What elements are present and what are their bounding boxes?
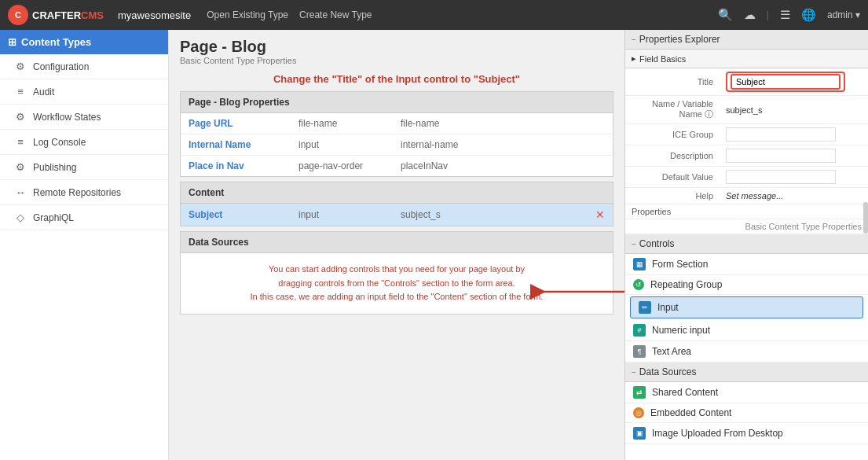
sidebar-item-configuration[interactable]: ⚙ Configuration: [0, 54, 168, 79]
prop-row-help: Help Set message...: [625, 188, 868, 204]
content-section: Content Subject input subject_s ✕: [180, 182, 613, 226]
row-type-internalname: input: [298, 139, 393, 150]
sidebar-item-workflow-states[interactable]: ⚙ Workflow States: [0, 105, 168, 130]
default-field[interactable]: [726, 170, 836, 184]
row-name-pageurl: file-name: [401, 118, 605, 129]
logo-icon: C: [8, 5, 28, 25]
table-row[interactable]: Page URL file-name file-name: [181, 113, 613, 134]
properties-section: Page - Blog Properties Page URL file-nam…: [180, 91, 613, 177]
menu-icon[interactable]: ☰: [780, 8, 790, 22]
datasources-collapse-icon: −: [632, 368, 636, 377]
grid-icon: ⊞: [8, 36, 16, 48]
row-type-placeinnav: page-nav-order: [298, 160, 393, 171]
sidebar-item-audit[interactable]: ≡ Audit: [0, 79, 168, 105]
control-form-section[interactable]: ▦ Form Section: [625, 254, 868, 275]
shared-content-icon: ⇄: [633, 386, 646, 399]
log-icon: ≡: [14, 136, 27, 148]
row-label-internalname: Internal Name: [189, 139, 291, 150]
field-basics-icon: ▸: [632, 53, 636, 64]
row-label-subject: Subject: [189, 209, 291, 220]
description-label: Description: [625, 145, 720, 167]
row-name-internalname: internal-name: [401, 139, 605, 150]
sidebar: ⊞ Content Types ⚙ Configuration ≡ Audit …: [0, 30, 169, 460]
create-new-type-link[interactable]: Create New Type: [299, 9, 372, 20]
control-numeric[interactable]: # Numeric input: [625, 320, 868, 341]
title-input[interactable]: [726, 72, 845, 92]
search-icon[interactable]: 🔍: [718, 8, 733, 22]
varname-value: subject_s: [720, 96, 868, 124]
content-section-header: Content: [181, 182, 613, 204]
repeating-group-icon: ↺: [633, 279, 644, 290]
properties-section-header: Page - Blog Properties: [181, 92, 613, 113]
properties-explorer-title: Properties Explorer: [639, 34, 720, 45]
page-subtitle: Basic Content Type Properties: [180, 56, 613, 65]
icegroup-label: ICE Group: [625, 124, 720, 145]
sidebar-label-publishing: Publishing: [33, 162, 76, 173]
controls-label: Controls: [639, 238, 675, 249]
icegroup-value[interactable]: [720, 124, 868, 145]
help-label: Help: [625, 188, 720, 204]
logo: C CRAFTERCMS: [8, 5, 104, 25]
title-field[interactable]: [731, 74, 841, 90]
sidebar-item-remote-repositories[interactable]: ↔ Remote Repositories: [0, 180, 168, 205]
logo-text: CRAFTERCMS: [32, 9, 104, 21]
control-input[interactable]: ✏ Input: [630, 296, 863, 318]
admin-menu[interactable]: admin ▾: [827, 9, 860, 20]
textarea-label: Text Area: [652, 346, 691, 357]
open-existing-type-link[interactable]: Open Existing Type: [207, 9, 288, 20]
annotation-text: You can start adding controls that you n…: [189, 263, 605, 304]
description-field[interactable]: [726, 149, 836, 163]
datasources-panel-label: Data Sources: [639, 366, 697, 377]
form-section-icon: ▦: [633, 258, 646, 270]
prop-row-varname: Name / Variable Name ⓘ subject_s: [625, 96, 868, 124]
shared-content-label: Shared Content: [652, 387, 718, 398]
row-type-subject: input: [298, 209, 393, 220]
table-row[interactable]: Place in Nav page-nav-order placeInNav: [181, 156, 613, 176]
image-upload-label: Image Uploaded From Desktop: [652, 428, 783, 439]
control-textarea[interactable]: ¶ Text Area: [625, 341, 868, 362]
row-name-placeinnav: placeInNav: [401, 160, 605, 171]
field-basics-label: Field Basics: [639, 54, 686, 64]
datasources-panel-header: − Data Sources: [625, 362, 868, 382]
datasources-section: Data Sources You can start adding contro…: [180, 231, 613, 315]
remote-icon: ↔: [14, 186, 27, 198]
title-label: Title: [625, 68, 720, 96]
description-value[interactable]: [720, 145, 868, 167]
control-shared-content[interactable]: ⇄ Shared Content: [625, 382, 868, 403]
main-layout: ⊞ Content Types ⚙ Configuration ≡ Audit …: [0, 30, 868, 460]
help-value: Set message...: [720, 188, 868, 204]
cloud-icon[interactable]: ☁: [744, 8, 756, 22]
default-value[interactable]: [720, 167, 868, 188]
table-row[interactable]: Internal Name input internal-name: [181, 134, 613, 156]
sidebar-item-publishing[interactable]: ⚙ Publishing: [0, 155, 168, 180]
properties-subtitle: Basic Content Type Properties: [625, 219, 868, 234]
sidebar-label-audit: Audit: [33, 86, 54, 98]
form-section-label: Form Section: [652, 259, 708, 270]
sidebar-item-log-console[interactable]: ≡ Log Console: [0, 130, 168, 155]
sidebar-header[interactable]: ⊞ Content Types: [0, 30, 168, 54]
annotation-area: You can start adding controls that you n…: [181, 253, 613, 314]
site-name: myawesomesite: [118, 9, 191, 21]
controls-collapse-icon: −: [632, 240, 636, 248]
control-embedded-content[interactable]: ◎ Embedded Content: [625, 403, 868, 423]
scrollbar-handle[interactable]: [863, 202, 868, 234]
table-row[interactable]: Subject input subject_s ✕: [181, 204, 613, 226]
row-type-pageurl: file-name: [298, 118, 393, 129]
properties-tab[interactable]: Properties: [632, 207, 671, 216]
control-image-upload[interactable]: ▣ Image Uploaded From Desktop: [625, 423, 868, 444]
sidebar-item-graphiql[interactable]: ◇ GraphiQL: [0, 205, 168, 230]
graphiql-icon: ◇: [14, 212, 27, 223]
prop-row-title: Title: [625, 68, 868, 96]
prop-row-description: Description: [625, 145, 868, 167]
top-nav-links: Open Existing Type Create New Type: [207, 9, 372, 20]
prop-row-default: Default Value: [625, 167, 868, 188]
publishing-icon: ⚙: [14, 161, 27, 173]
repeating-group-label: Repeating Group: [650, 279, 722, 290]
globe-icon[interactable]: 🌐: [801, 8, 816, 22]
icegroup-field[interactable]: [726, 127, 836, 142]
title-value[interactable]: [720, 68, 868, 96]
delete-row-button[interactable]: ✕: [595, 208, 605, 221]
top-nav-right: 🔍 ☁ | ☰ 🌐 admin ▾: [718, 8, 860, 22]
numeric-label: Numeric input: [652, 325, 710, 336]
control-repeating-group[interactable]: ↺ Repeating Group: [625, 275, 868, 295]
